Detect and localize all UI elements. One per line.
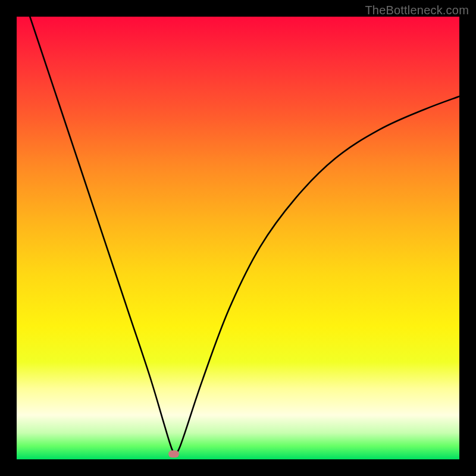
watermark-text: TheBottleneck.com — [365, 4, 469, 17]
bottleneck-curve — [30, 17, 459, 453]
chart-frame: TheBottleneck.com — [0, 0, 476, 476]
curve-svg — [17, 17, 459, 459]
min-marker — [168, 450, 179, 458]
plot-area — [17, 17, 459, 459]
